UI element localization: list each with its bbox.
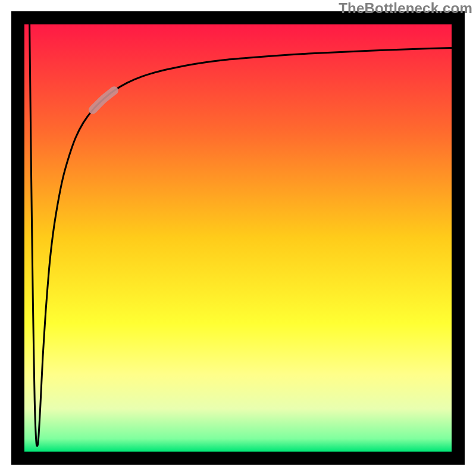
watermark-text: TheBottleneck.com [339, 0, 472, 17]
chart-container: TheBottleneck.com [0, 0, 476, 476]
plot-background [24, 24, 452, 452]
bottleneck-chart [0, 0, 476, 476]
